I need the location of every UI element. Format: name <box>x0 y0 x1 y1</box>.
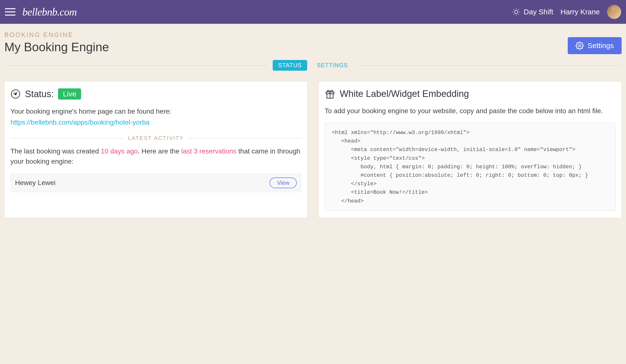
widget-title: White Label/Widget Embedding <box>340 89 469 99</box>
activity-divider: LATEST ACTIVITY <box>10 135 301 141</box>
logo[interactable]: bellebnb.com <box>22 6 77 18</box>
navbar: bellebnb.com Day Shift Harry Krane <box>0 0 626 24</box>
activity-count: last 3 reservations <box>181 147 236 155</box>
page-title: My Booking Engine <box>4 40 568 54</box>
navbar-right: Day Shift Harry Krane <box>512 5 621 19</box>
gear-icon <box>576 41 584 50</box>
status-intro-text: Your booking engine's home page can be f… <box>10 106 301 117</box>
svg-line-4 <box>518 14 519 15</box>
view-button[interactable]: View <box>270 177 297 188</box>
activity-prefix: The last booking was created <box>10 147 101 155</box>
tabs-center: STATUS SETTINGS <box>268 60 357 71</box>
booking-engine-url[interactable]: https://bellebnb.com/apps/booking/hotel-… <box>10 119 150 126</box>
navbar-left: bellebnb.com <box>5 6 77 18</box>
activity-text: The last booking was created 10 days ago… <box>10 146 301 166</box>
tabs-row: STATUS SETTINGS <box>0 60 626 71</box>
breadcrumb: BOOKING ENGINE <box>4 31 568 39</box>
activity-line-right <box>189 138 301 138</box>
svg-line-14 <box>14 92 14 92</box>
status-header: Status: Live <box>10 88 301 100</box>
reservation-name: Hewey Lewei <box>15 179 56 187</box>
day-shift-toggle[interactable]: Day Shift <box>512 8 553 16</box>
gift-icon <box>325 88 335 99</box>
svg-line-3 <box>513 9 514 10</box>
svg-line-8 <box>518 9 519 10</box>
hamburger-menu-icon[interactable] <box>5 8 16 16</box>
status-card: Status: Live Your booking engine's home … <box>4 81 308 218</box>
day-shift-label: Day Shift <box>524 8 553 16</box>
widget-card: White Label/Widget Embedding To add your… <box>318 81 622 218</box>
activity-mid: . Here are the <box>138 147 181 155</box>
svg-point-0 <box>514 10 518 14</box>
gauge-icon <box>10 89 21 99</box>
settings-button[interactable]: Settings <box>568 37 622 54</box>
settings-button-label: Settings <box>588 41 614 50</box>
tab-divider-right <box>358 65 622 66</box>
tab-status[interactable]: STATUS <box>273 60 307 71</box>
reservation-row: Hewey Lewei View <box>10 173 301 192</box>
activity-days: 10 days ago <box>101 147 138 155</box>
embed-code-block[interactable]: <html xmlns="http://www.w3.org/1999/xhtm… <box>325 123 616 211</box>
tab-divider-left <box>4 65 268 66</box>
avatar[interactable] <box>607 5 621 19</box>
tab-settings[interactable]: SETTINGS <box>312 60 353 71</box>
live-badge: Live <box>58 88 81 100</box>
user-name[interactable]: Harry Krane <box>560 8 600 16</box>
cards-container: Status: Live Your booking engine's home … <box>0 71 626 218</box>
activity-label: LATEST ACTIVITY <box>123 135 189 141</box>
activity-line-left <box>10 138 123 138</box>
page-header: BOOKING ENGINE My Booking Engine Setting… <box>0 24 626 54</box>
sun-icon <box>512 8 520 16</box>
header-left: BOOKING ENGINE My Booking Engine <box>4 31 568 54</box>
widget-header: White Label/Widget Embedding <box>325 88 616 99</box>
status-title: Status: <box>25 89 54 99</box>
svg-point-9 <box>578 45 581 47</box>
svg-line-7 <box>513 14 514 15</box>
widget-intro-text: To add your booking engine to your websi… <box>325 106 616 116</box>
